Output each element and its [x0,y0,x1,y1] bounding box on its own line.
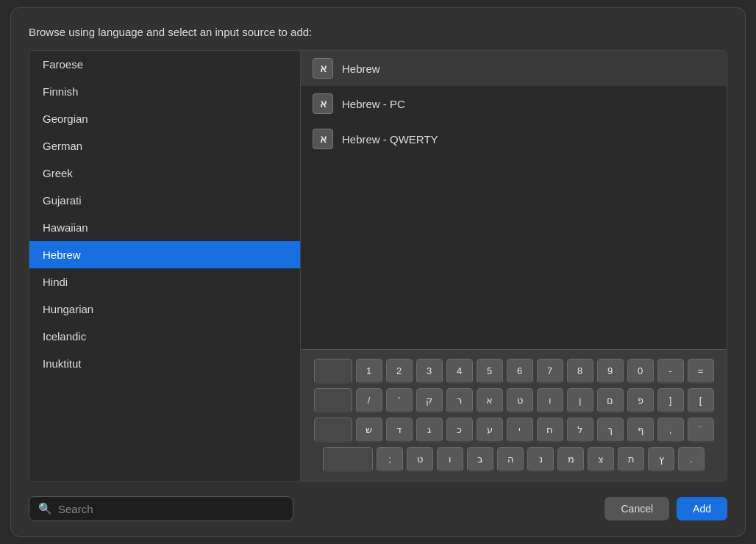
key-r2-k3[interactable]: ג [416,418,443,443]
input-source-icon-hebrew: א [313,58,333,79]
right-panel: אHebrewאHebrew - PCאHebrew - QWERTY 1234… [301,50,727,482]
language-item-german[interactable]: German [29,132,300,160]
language-item-greek[interactable]: Greek [29,160,300,187]
key-r2-k1[interactable]: ש [356,418,382,443]
search-box[interactable]: 🔍 [29,496,293,521]
key-r3-k3[interactable]: ו [437,447,463,472]
content-area: FaroeseFinnishGeorgianGermanGreekGujarat… [29,50,727,482]
dialog-title: Browse using language and select an inpu… [29,26,727,38]
keyboard-row-1: /'קראטוןםפ][ [308,388,719,413]
key-r0-k9[interactable]: 9 [597,359,624,384]
language-item-hungarian[interactable]: Hungarian [29,296,300,323]
key-r0-k5[interactable]: 5 [477,359,503,384]
key-r2-k11[interactable]: , [657,418,684,443]
key-r0-k8[interactable]: 8 [567,359,593,384]
key-r3-k0[interactable] [323,447,373,472]
key-r1-k3[interactable]: ק [416,388,443,413]
key-r0-k6[interactable]: 6 [507,359,533,384]
input-source-item-hebrew-qwerty[interactable]: אHebrew - QWERTY [301,121,727,157]
input-source-label-hebrew-qwerty: Hebrew - QWERTY [342,133,438,146]
key-r1-k6[interactable]: ט [507,388,533,413]
key-r1-k5[interactable]: א [477,388,503,413]
key-r3-k7[interactable]: מ [557,447,584,472]
key-r3-k9[interactable]: ת [618,447,644,472]
key-r1-k9[interactable]: ם [597,388,624,413]
key-r3-k2[interactable]: ט [407,447,433,472]
key-r0-k0[interactable] [314,359,352,384]
key-r1-k4[interactable]: ר [446,388,473,413]
key-r2-k9[interactable]: ך [597,418,624,443]
button-group: Cancel Add [605,497,727,520]
language-item-gujarati[interactable]: Gujarati [29,187,300,214]
key-r1-k7[interactable]: ו [537,388,563,413]
language-item-georgian[interactable]: Georgian [29,105,300,132]
key-r1-k12[interactable]: [ [688,388,714,413]
input-source-icon-hebrew-pc: א [313,93,333,114]
key-r2-k10[interactable]: ף [627,418,654,443]
key-r0-k4[interactable]: 4 [446,359,473,384]
key-r0-k11[interactable]: - [657,359,684,384]
language-item-inuktitut[interactable]: Inuktitut [29,350,300,377]
key-r2-k5[interactable]: ע [477,418,503,443]
key-r0-k7[interactable]: 7 [537,359,563,384]
keyboard-row-0: 1234567890-= [308,359,719,384]
language-item-hindi[interactable]: Hindi [29,268,300,296]
key-r2-k4[interactable]: כ [446,418,473,443]
key-r2-k8[interactable]: ל [567,418,593,443]
key-r3-k1[interactable]: ; [377,447,403,472]
key-r3-k10[interactable]: ץ [648,447,674,472]
key-r2-k12[interactable]: ¨ [688,418,714,443]
language-list[interactable]: FaroeseFinnishGeorgianGermanGreekGujarat… [29,51,300,481]
key-r1-k2[interactable]: ' [386,388,413,413]
input-sources-list: אHebrewאHebrew - PCאHebrew - QWERTY [301,51,727,349]
key-r3-k8[interactable]: צ [588,447,614,472]
key-r1-k1[interactable]: / [356,388,382,413]
add-button[interactable]: Add [677,497,727,520]
key-r2-k0[interactable] [314,418,352,443]
cancel-button[interactable]: Cancel [605,497,669,520]
key-r3-k11[interactable]: . [678,447,705,472]
key-r2-k6[interactable]: י [507,418,533,443]
keyboard-preview: 1234567890-=/'קראטוןםפ][שדגכעיחלךף,¨;טוב… [301,349,727,481]
bottom-bar: 🔍 Cancel Add [29,493,727,521]
language-item-hebrew[interactable]: Hebrew [29,241,300,268]
input-source-item-hebrew-pc[interactable]: אHebrew - PC [301,86,727,121]
key-r1-k11[interactable]: ] [657,388,684,413]
language-item-hawaiian[interactable]: Hawaiian [29,214,300,241]
key-r3-k4[interactable]: ב [467,447,493,472]
key-r3-k6[interactable]: נ [527,447,554,472]
input-source-icon-hebrew-qwerty: א [313,129,333,149]
key-r0-k2[interactable]: 2 [386,359,413,384]
key-r0-k3[interactable]: 3 [416,359,443,384]
key-r1-k10[interactable]: פ [627,388,654,413]
input-source-item-hebrew[interactable]: אHebrew [301,51,727,86]
key-r0-k10[interactable]: 0 [627,359,654,384]
search-icon: 🔍 [38,502,52,515]
keyboard-row-2: שדגכעיחלךף,¨ [308,418,719,443]
keyboard-row-3: ;טובהנמצתץ. [308,447,719,472]
key-r0-k1[interactable]: 1 [356,359,382,384]
input-source-label-hebrew-pc: Hebrew - PC [342,98,405,110]
key-r0-k12[interactable]: = [688,359,714,384]
key-r3-k5[interactable]: ה [497,447,524,472]
language-item-icelandic[interactable]: Icelandic [29,323,300,350]
dialog: Browse using language and select an inpu… [10,7,746,537]
language-item-finnish[interactable]: Finnish [29,78,300,105]
key-r1-k0[interactable] [314,388,352,413]
language-item-faroese[interactable]: Faroese [29,51,300,78]
language-list-container: FaroeseFinnishGeorgianGermanGreekGujarat… [29,50,301,482]
key-r1-k8[interactable]: ן [567,388,593,413]
key-r2-k7[interactable]: ח [537,418,563,443]
key-r2-k2[interactable]: ד [386,418,413,443]
input-source-label-hebrew: Hebrew [342,62,380,75]
search-input[interactable] [58,503,284,515]
